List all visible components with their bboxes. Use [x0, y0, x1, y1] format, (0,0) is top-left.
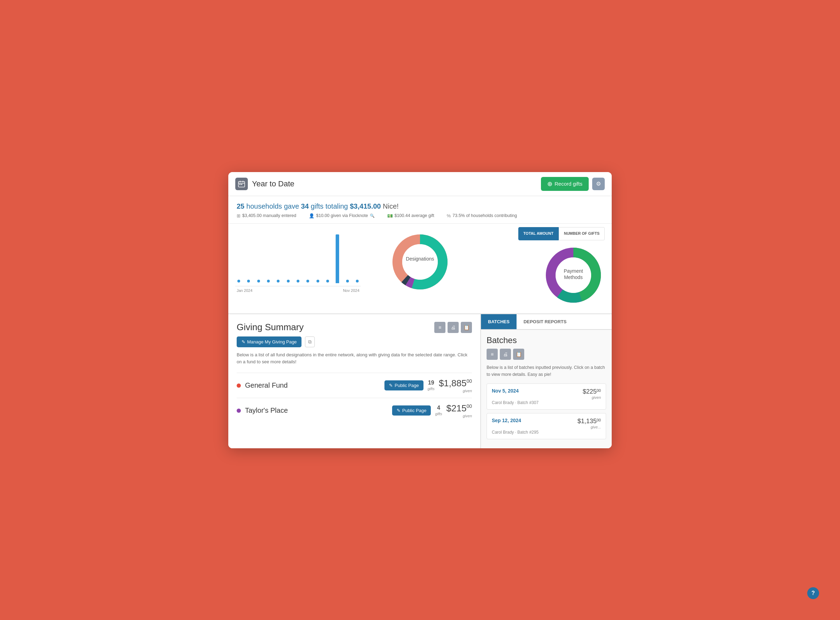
- svg-text:Methods: Methods: [564, 274, 583, 280]
- svg-text:Payment: Payment: [564, 268, 583, 274]
- bar-may: [274, 230, 282, 283]
- batch-row-1[interactable]: Nov 5, 2024 $22500 given Carol Brady · B…: [487, 384, 606, 409]
- bar-aug: [304, 230, 311, 283]
- bar-sep: [314, 230, 321, 283]
- number-of-gifts-toggle[interactable]: NUMBER OF GIFTS: [559, 227, 605, 240]
- bar-chart-labels: Jan 2024 Nov 2024: [235, 288, 361, 293]
- bar-extra: [354, 230, 361, 283]
- bar-dec: [344, 230, 351, 283]
- external-link-icon: ✎: [241, 339, 245, 345]
- sort-button[interactable]: ≡: [434, 322, 445, 333]
- batches-actions: ≡ 🖨 📋: [487, 349, 606, 360]
- batches-sort-button[interactable]: ≡: [487, 349, 498, 360]
- batch-date-1: Nov 5, 2024: [492, 388, 519, 394]
- bottom-section: Giving Summary ≡ 🖨 📋 ✎ Manage My Gi: [228, 314, 612, 448]
- total-amount: $3,415.00: [350, 202, 381, 210]
- copy-icon: ⧉: [308, 339, 312, 345]
- designations-chart: Designations: [368, 227, 472, 293]
- calendar-icon: [235, 178, 248, 190]
- fund-gifts-general: 19 gifts: [428, 380, 434, 391]
- households-count: 25: [237, 202, 244, 210]
- flocknote-icon: 👤: [309, 213, 314, 218]
- gifts-count: 34: [301, 202, 309, 210]
- bar-apr: [265, 230, 272, 283]
- batches-title: Batches: [487, 336, 606, 345]
- stat-flocknote: 👤 $10.00 given via Flocknote 🔍: [309, 213, 375, 218]
- chart-toggle: TOTAL AMOUNT NUMBER OF GIFTS: [518, 227, 605, 240]
- fund-gifts-taylors: 4 gifts: [435, 405, 442, 416]
- giving-summary-actions: ≡ 🖨 📋: [434, 322, 472, 333]
- batch-row-2[interactable]: Sep 12, 2024 $1,13500 give... Carol Brad…: [487, 413, 606, 439]
- percent-icon: %: [447, 213, 451, 218]
- bar-label-start: Jan 2024: [237, 288, 252, 293]
- header-left: Year to Date: [235, 178, 294, 190]
- svg-point-10: [402, 244, 438, 280]
- bar-oct: [324, 230, 331, 283]
- charts-section: Jan 2024 Nov 2024 Designations TOTA: [228, 224, 612, 314]
- export-icon: 📋: [464, 325, 469, 330]
- stat-households-contributing: % 73.5% of households contributing: [447, 213, 517, 218]
- bar-jul: [294, 230, 302, 283]
- manually-entered-icon: ⊞: [237, 213, 240, 218]
- stats-headline: 25 households gave 34 gifts totaling $3,…: [237, 202, 603, 211]
- manage-row: ✎ Manage My Giving Page ⧉: [237, 337, 472, 347]
- external-link-icon: ✎: [397, 408, 401, 413]
- external-link-icon: ✎: [389, 383, 393, 388]
- payment-methods-chart: Payment Methods: [542, 240, 605, 307]
- export-icon: 📋: [516, 351, 522, 357]
- batch-info-2: Carol Brady · Batch #295: [492, 430, 601, 435]
- fund-name-taylors: Taylor's Place: [245, 406, 388, 414]
- batches-description: Below is a list of batches inputted prev…: [487, 364, 606, 378]
- stat-average-gift: 💵 $100.44 average gift: [387, 213, 434, 218]
- batch-row-1-top: Nov 5, 2024 $22500 given: [492, 388, 601, 400]
- help-button[interactable]: ?: [807, 587, 819, 599]
- bar-jun: [285, 230, 292, 283]
- bar-mar: [255, 230, 262, 283]
- record-gifts-button[interactable]: ⊕ Record gifts: [541, 177, 589, 191]
- batch-row-2-top: Sep 12, 2024 $1,13500 give...: [492, 418, 601, 429]
- search-icon: 🔍: [370, 214, 375, 218]
- fund-amount-taylors: $21500 given: [446, 403, 472, 418]
- print-icon: 🖨: [503, 351, 508, 357]
- summary-description: Below is a list of all fund designations…: [237, 351, 472, 366]
- page-title: Year to Date: [252, 179, 294, 188]
- bar-jan: [235, 230, 242, 283]
- batches-pane: BATCHES DEPOSIT REPORTS Batches ≡ 🖨 📋 Be: [481, 314, 612, 448]
- sort-icon: ≡: [439, 325, 441, 330]
- svg-rect-4: [240, 184, 240, 185]
- export-button[interactable]: 📋: [461, 322, 472, 333]
- stats-bar: 25 households gave 34 gifts totaling $3,…: [228, 196, 612, 224]
- bar-chart-area: [235, 230, 361, 286]
- fund-row-taylors[interactable]: Taylor's Place ✎ Public Page 4 gifts $21…: [237, 398, 472, 423]
- tab-batches[interactable]: BATCHES: [481, 314, 517, 329]
- bar-chart: Jan 2024 Nov 2024: [235, 227, 361, 293]
- public-page-button-taylors[interactable]: ✎ Public Page: [392, 405, 431, 415]
- tab-deposit-reports[interactable]: DEPOSIT REPORTS: [517, 314, 574, 329]
- stats-sub: ⊞ $3,405.00 manually entered 👤 $10.00 gi…: [237, 213, 603, 218]
- svg-text:Designations: Designations: [406, 256, 434, 262]
- manage-giving-page-button[interactable]: ✎ Manage My Giving Page: [237, 337, 302, 347]
- batches-export-button[interactable]: 📋: [513, 349, 524, 360]
- batch-amount-2: $1,13500 give...: [578, 418, 601, 429]
- giving-summary-title: Giving Summary: [237, 322, 303, 333]
- fund-name-general: General Fund: [245, 381, 380, 390]
- batch-info-1: Carol Brady · Batch #307: [492, 400, 601, 405]
- fund-dot-taylors: [237, 409, 241, 413]
- total-amount-toggle[interactable]: TOTAL AMOUNT: [518, 227, 559, 240]
- sort-icon: ≡: [491, 351, 493, 357]
- header-right: ⊕ Record gifts ⚙: [541, 177, 605, 191]
- plus-icon: ⊕: [547, 180, 552, 188]
- print-icon: 🖨: [451, 325, 455, 330]
- copy-button[interactable]: ⧉: [305, 337, 315, 347]
- settings-button[interactable]: ⚙: [592, 178, 605, 190]
- batches-print-button[interactable]: 🖨: [500, 349, 511, 360]
- public-page-button-general[interactable]: ✎ Public Page: [385, 380, 423, 390]
- header: Year to Date ⊕ Record gifts ⚙: [228, 172, 612, 196]
- fund-dot-general: [237, 384, 241, 388]
- stat-manually-entered: ⊞ $3,405.00 manually entered: [237, 213, 296, 218]
- bar-label-end: Nov 2024: [343, 288, 359, 293]
- right-charts-area: TOTAL AMOUNT NUMBER OF GIFTS Payment Met…: [479, 227, 605, 307]
- print-button[interactable]: 🖨: [448, 322, 459, 333]
- giving-summary-pane: Giving Summary ≡ 🖨 📋 ✎ Manage My Gi: [228, 314, 481, 448]
- fund-row-general[interactable]: General Fund ✎ Public Page 19 gifts $1,8…: [237, 373, 472, 398]
